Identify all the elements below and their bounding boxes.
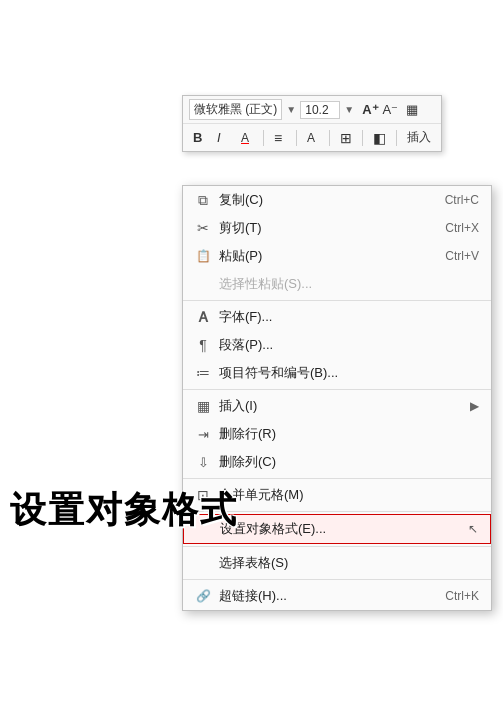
menu-cut-label: 剪切(T) [219,219,425,237]
menu-item-font[interactable]: Ꭺ 字体(F)... [183,303,491,331]
font-icon: Ꭺ [193,309,213,326]
menu-separator-3 [183,478,491,479]
menu-item-list[interactable]: ≔ 项目符号和编号(B)... [183,359,491,387]
hyperlink-icon: 🔗 [193,589,213,603]
mini-toolbar: 微软雅黑 (正文) ▼ 10.2 ▼ A⁺ A⁻ ▦ B I A ≡ A ⊞ ◧… [182,95,442,152]
menu-paste-label: 粘贴(P) [219,247,425,265]
toolbar-separator-5 [396,130,397,146]
font-name-display[interactable]: 微软雅黑 (正文) [189,99,282,120]
cut-icon: ✂ [193,220,213,236]
font-shrink-button[interactable]: A⁻ [383,102,399,117]
cursor-icon: ↖ [468,522,478,536]
toolbar-separator-4 [362,130,363,146]
table-icon[interactable]: ▦ [406,102,418,117]
menu-paragraph-label: 段落(P)... [219,336,479,354]
delete-row-icon: ⇥ [193,427,213,442]
context-menu: ⧉ 复制(C) Ctrl+C ✂ 剪切(T) Ctrl+X 📋 粘贴(P) Ct… [182,185,492,611]
font-size-display[interactable]: 10.2 [300,101,340,119]
paragraph-icon: ¶ [193,337,213,353]
paste-icon: 📋 [193,249,213,263]
menu-item-paste[interactable]: 📋 粘贴(P) Ctrl+V [183,242,491,270]
menu-select-table-label: 选择表格(S) [219,554,479,572]
menu-item-cut[interactable]: ✂ 剪切(T) Ctrl+X [183,214,491,242]
menu-item-hyperlink[interactable]: 🔗 超链接(H)... Ctrl+K [183,582,491,610]
shading-button[interactable]: ◧ [369,128,390,148]
menu-item-select-table[interactable]: 选择表格(S) [183,549,491,577]
menu-item-selective-paste[interactable]: 选择性粘贴(S)... [183,270,491,298]
menu-font-label: 字体(F)... [219,308,479,326]
menu-set-format-label: 设置对象格式(E)... [220,520,460,538]
toolbar-separator-1 [263,130,264,146]
toolbar-row-1: 微软雅黑 (正文) ▼ 10.2 ▼ A⁺ A⁻ ▦ [183,96,441,124]
toolbar-separator-3 [329,130,330,146]
menu-delete-col-label: 删除列(C) [219,453,479,471]
toolbar-row-2: B I A ≡ A ⊞ ◧ 插入 [183,124,441,151]
copy-icon: ⧉ [193,192,213,209]
delete-col-icon: ⇩ [193,455,213,470]
menu-separator-6 [183,579,491,580]
list-icon: ≔ [193,365,213,381]
menu-cut-shortcut: Ctrl+X [445,221,479,235]
insert-button[interactable]: 插入 [403,127,435,148]
menu-hyperlink-shortcut: Ctrl+K [445,589,479,603]
menu-merge-label: 合并单元格(M) [219,486,479,504]
menu-separator-5 [183,546,491,547]
menu-separator-1 [183,300,491,301]
menu-item-delete-col[interactable]: ⇩ 删除列(C) [183,448,491,476]
font-color-button[interactable]: A [237,129,257,147]
font-dropdown-icon[interactable]: ▼ [286,104,296,115]
menu-item-copy[interactable]: ⧉ 复制(C) Ctrl+C [183,186,491,214]
toolbar-separator-2 [296,130,297,146]
menu-list-label: 项目符号和编号(B)... [219,364,479,382]
font-size-dropdown-icon[interactable]: ▼ [344,104,354,115]
menu-copy-shortcut: Ctrl+C [445,193,479,207]
menu-paste-shortcut: Ctrl+V [445,249,479,263]
italic-button[interactable]: I [213,128,233,147]
bold-button[interactable]: B [189,128,209,147]
menu-item-insert[interactable]: ▦ 插入(I) ▶ [183,392,491,420]
menu-item-paragraph[interactable]: ¶ 段落(P)... [183,331,491,359]
menu-item-delete-row[interactable]: ⇥ 删除行(R) [183,420,491,448]
menu-insert-label: 插入(I) [219,397,470,415]
font-grow-button[interactable]: A⁺ [362,102,378,117]
menu-delete-row-label: 删除行(R) [219,425,479,443]
menu-selective-paste-label: 选择性粘贴(S)... [219,275,479,293]
highlight-button[interactable]: A [303,129,323,147]
insert-arrow-icon: ▶ [470,399,479,413]
menu-separator-2 [183,389,491,390]
menu-hyperlink-label: 超链接(H)... [219,587,425,605]
annotation-text: 设置对象格式 [10,486,238,535]
border-button[interactable]: ⊞ [336,128,356,148]
menu-copy-label: 复制(C) [219,191,425,209]
align-button[interactable]: ≡ [270,128,290,148]
insert-icon: ▦ [193,398,213,414]
